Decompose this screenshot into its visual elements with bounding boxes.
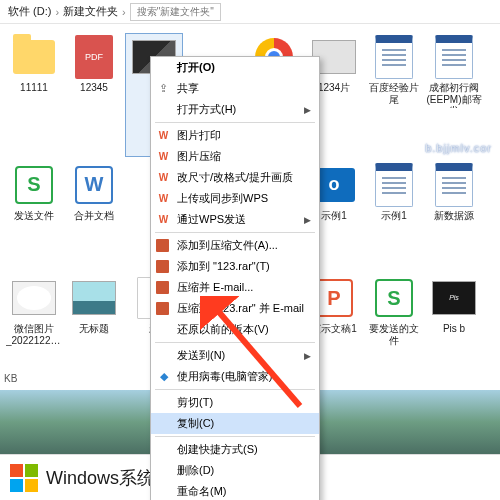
docx-icon: [375, 163, 413, 207]
wps-p-icon: P: [315, 279, 353, 317]
ctx-wps-sync[interactable]: W上传或同步到WPS: [151, 188, 319, 209]
docx-icon: [375, 35, 413, 79]
wps-w-icon: W: [75, 166, 113, 204]
file-baidu[interactable]: 百度经验片尾: [366, 34, 422, 156]
breadcrumb-sep: ›: [55, 6, 59, 18]
breadcrumb-sep2: ›: [122, 6, 126, 18]
image-icon: [12, 281, 56, 315]
share-icon: ⇪: [156, 81, 171, 96]
ctx-shortcut[interactable]: 创建快捷方式(S): [151, 439, 319, 460]
rar-icon: [156, 260, 169, 273]
file-tosend[interactable]: S要发送的文件: [366, 275, 422, 394]
separator: [155, 232, 315, 233]
wps-icon: W: [156, 191, 171, 206]
rar-icon: [156, 239, 169, 252]
ctx-wps-send[interactable]: W通过WPS发送▶: [151, 209, 319, 230]
image-icon: [72, 281, 116, 315]
wps-s-icon: S: [15, 166, 53, 204]
wps-s-icon: S: [375, 279, 413, 317]
ctx-delete[interactable]: 删除(D): [151, 460, 319, 481]
status-bar: KB: [4, 373, 17, 384]
ctx-wps-compress[interactable]: W图片压缩: [151, 146, 319, 167]
wps-icon: W: [156, 170, 171, 185]
file-untitled[interactable]: 无标题: [66, 275, 122, 394]
ctx-rename[interactable]: 重命名(M): [151, 481, 319, 500]
watermark: b.bjjmlv.cor: [425, 142, 492, 154]
windows-logo-icon: [10, 464, 38, 492]
wps-icon: W: [156, 212, 171, 227]
chevron-right-icon: ▶: [304, 105, 311, 115]
ctx-share[interactable]: ⇪共享: [151, 78, 319, 99]
chevron-right-icon: ▶: [304, 215, 311, 225]
ctx-rar-add[interactable]: 添加到压缩文件(A)...: [151, 235, 319, 256]
rar-icon: [156, 302, 169, 315]
shield-icon: ◆: [156, 369, 171, 384]
annotation-arrow: [200, 296, 320, 416]
ctx-rar-add123[interactable]: 添加到 "123.rar"(T): [151, 256, 319, 277]
context-menu: 打开(O) ⇪共享 打开方式(H)▶ W图片打印 W图片压缩 W改尺寸/改格式/…: [150, 56, 320, 500]
rar-icon: [156, 281, 169, 294]
breadcrumb-drive[interactable]: 软件 (D:): [8, 4, 51, 19]
ctx-openwith[interactable]: 打开方式(H)▶: [151, 99, 319, 120]
wps-icon: W: [156, 149, 171, 164]
file-example1[interactable]: 示例1: [366, 162, 422, 269]
ctx-rar-email[interactable]: 压缩并 E-mail...: [151, 277, 319, 298]
search-input[interactable]: 搜索"新建文件夹": [130, 3, 221, 21]
file-datasource[interactable]: 新数据源: [426, 162, 482, 269]
folder-icon: [13, 40, 55, 74]
docx-icon: [435, 163, 473, 207]
file-chengdu[interactable]: 成都初行阀(EEPM)邮寄发: [426, 34, 482, 156]
file-merge[interactable]: W合并文档: [66, 162, 122, 269]
image-icon: Pis: [432, 281, 476, 315]
ctx-wps-resize[interactable]: W改尺寸/改格式/提升画质: [151, 167, 319, 188]
breadcrumb[interactable]: 软件 (D:) › 新建文件夹 › 搜索"新建文件夹": [0, 0, 500, 24]
svg-line-0: [212, 304, 300, 406]
file-pis[interactable]: PisPis b: [426, 275, 482, 394]
file-12345[interactable]: PDF12345: [66, 34, 122, 156]
file-send[interactable]: S发送文件: [6, 162, 62, 269]
wps-icon: W: [156, 128, 171, 143]
separator: [155, 122, 315, 123]
ctx-copy[interactable]: 复制(C): [151, 413, 319, 434]
docx-icon: [435, 35, 473, 79]
ctx-open[interactable]: 打开(O): [151, 57, 319, 78]
ctx-wps-print[interactable]: W图片打印: [151, 125, 319, 146]
file-11111[interactable]: 11111: [6, 34, 62, 156]
breadcrumb-folder[interactable]: 新建文件夹: [63, 4, 118, 19]
separator: [155, 436, 315, 437]
pdf-icon: PDF: [75, 35, 113, 79]
